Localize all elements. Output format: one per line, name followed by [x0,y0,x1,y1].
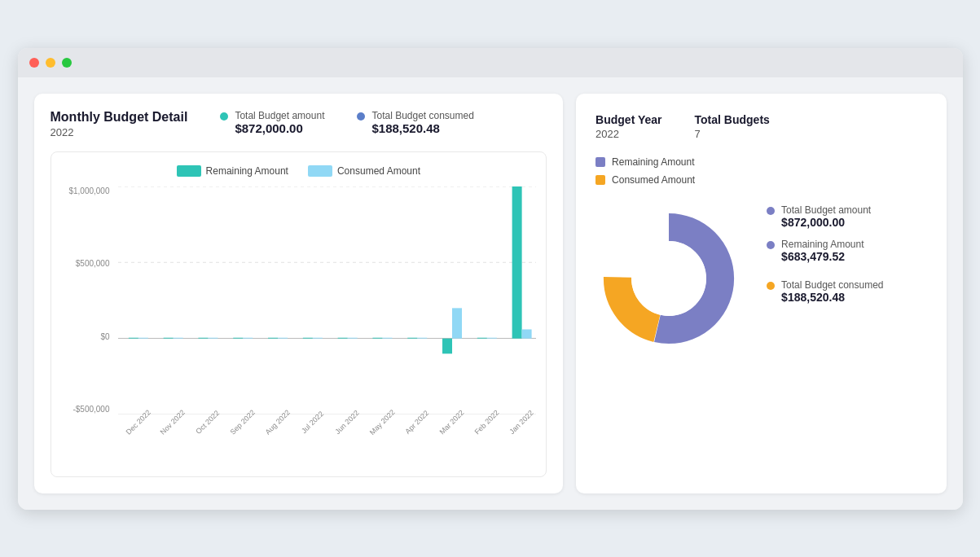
svg-rect-9 [208,337,218,338]
donut-section: Remaining Amount Consumed Amount [595,156,926,352]
total-budgets-block: Total Budgets 7 [695,113,770,140]
donut-stat-consumed-label: Total Budget consumed [781,279,883,291]
donut-legend: Remaining Amount Consumed Amount [595,156,742,186]
svg-rect-19 [382,337,392,338]
donut-stat-remaining: Remaining Amount $683,479.52 [767,239,883,263]
donut-left: Remaining Amount Consumed Amount [595,156,742,352]
y-axis: $1,000,000 $500,000 $0 -$500,000 [61,186,116,414]
svg-rect-17 [347,337,357,338]
budget-year-value: 2022 [595,128,661,140]
total-budget-amount-value: $872,000.00 [235,121,324,135]
x-label-item: Dec 2022 [118,416,153,463]
legend-consumed: Consumed Amount [308,165,420,177]
donut-svg [595,205,742,352]
svg-rect-11 [243,337,253,338]
x-label-item: Aug 2022 [257,416,292,463]
donut-legend-consumed: Consumed Amount [595,174,742,186]
total-budget-amount-stat: Total Budget amount $872,000.00 [220,110,324,135]
x-label-item: May 2022 [362,416,397,463]
legend-consumed-label: Consumed Amount [337,165,420,177]
x-label-item: Jun 2022 [327,416,362,463]
donut-stats: Total Budget amount $872,000.00 Remainin… [767,204,883,304]
donut-legend-remaining: Remaining Amount [595,156,742,168]
svg-rect-4 [128,337,138,338]
legend-remaining-box [177,165,201,177]
svg-rect-21 [417,337,427,338]
donut-stat-remaining-value: $683,479.52 [781,250,864,263]
x-label-item: Oct 2022 [187,416,222,463]
bar-chart: $1,000,000 $500,000 $0 -$500,000 D [61,186,537,463]
x-label-item: Nov 2022 [152,416,187,463]
main-window: Monthly Budget Detail 2022 Total Budget … [18,48,963,510]
left-panel: Monthly Budget Detail 2022 Total Budget … [34,94,564,493]
x-labels: Dec 2022Nov 2022Oct 2022Sep 2022Aug 2022… [118,416,537,463]
x-label-item: Jul 2022 [292,416,327,463]
panel-title-block: Monthly Budget Detail 2022 [51,110,188,138]
donut-stat-remaining-block: Remaining Amount $683,479.52 [781,239,864,263]
legend-remaining-label: Remaining Amount [206,165,288,177]
total-budgets-label: Total Budgets [695,113,770,126]
svg-rect-25 [486,337,496,338]
total-budget-consumed-block: Total Budget consumed $188,520.48 [371,110,473,135]
svg-rect-7 [173,337,182,338]
svg-rect-15 [312,337,322,338]
chart-area: Remaining Amount Consumed Amount $1,000,… [51,151,547,477]
total-budget-amount-label: Total Budget amount [235,110,324,121]
budget-year-label: Budget Year [595,113,661,126]
maximize-button[interactable] [62,58,72,68]
donut-stat-remaining-label: Remaining Amount [781,239,864,250]
donut-stat-total-block: Total Budget amount $872,000.00 [781,204,871,229]
budget-year-block: Budget Year 2022 [595,113,661,140]
donut-stat-consumed: Total Budget consumed $188,520.48 [767,279,883,304]
svg-rect-26 [512,186,521,339]
panel-header: Monthly Budget Detail 2022 Total Budget … [51,110,547,138]
svg-rect-6 [163,337,173,338]
svg-point-30 [631,241,706,316]
y-label-0: $0 [100,332,109,341]
x-label-item: Jan 2022 [501,416,536,463]
svg-rect-23 [452,308,462,338]
y-label-1000k: $1,000,000 [68,186,109,195]
total-budgets-value: 7 [695,128,770,140]
svg-rect-24 [477,337,486,338]
right-header: Budget Year 2022 Total Budgets 7 [595,113,926,140]
svg-rect-16 [337,337,347,338]
donut-stat-total-value: $872,000.00 [781,216,871,229]
svg-rect-18 [372,337,382,338]
total-budget-consumed-stat: Total Budget consumed $188,520.48 [357,110,473,135]
svg-rect-8 [198,337,208,338]
legend-remaining: Remaining Amount [177,165,288,177]
donut-legend-remaining-box [595,157,605,167]
panel-year: 2022 [51,126,188,138]
bar-svg [118,186,537,414]
svg-rect-14 [302,337,312,338]
donut-legend-consumed-box [595,175,605,185]
x-label-item: Mar 2022 [432,416,467,463]
total-budget-consumed-value: $188,520.48 [371,121,473,135]
x-label-item: Feb 2022 [466,416,501,463]
donut-legend-consumed-label: Consumed Amount [612,174,695,186]
svg-rect-20 [407,337,417,338]
total-budget-amount-block: Total Budget amount $872,000.00 [235,110,324,135]
donut-legend-remaining-label: Remaining Amount [612,156,694,168]
donut-chart [595,205,742,352]
right-panel: Budget Year 2022 Total Budgets 7 Remaini… [576,94,946,493]
donut-stat-total-label: Total Budget amount [781,204,871,216]
total-budget-consumed-dot [357,112,365,121]
x-label-item: Sep 2022 [222,416,257,463]
legend-consumed-box [308,165,332,177]
titlebar [18,48,963,77]
donut-stat-consumed-value: $188,520.48 [781,291,883,304]
close-button[interactable] [29,58,39,68]
donut-stat-consumed-block: Total Budget consumed $188,520.48 [781,279,883,304]
y-label-500k: $500,000 [76,259,110,268]
y-label-neg500k: -$500,000 [73,405,109,414]
svg-rect-5 [138,337,147,338]
svg-rect-12 [268,337,278,338]
x-label-item: Apr 2022 [397,416,432,463]
svg-rect-10 [233,337,243,338]
svg-rect-27 [521,329,531,338]
svg-rect-13 [278,337,288,338]
minimize-button[interactable] [46,58,55,68]
donut-stat-total: Total Budget amount $872,000.00 [767,204,883,229]
